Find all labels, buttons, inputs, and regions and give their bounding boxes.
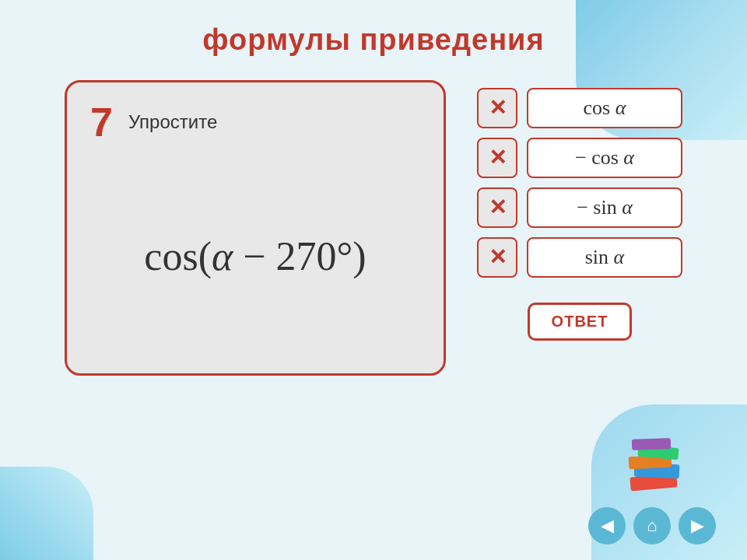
answer-row-4: ✕ sin α: [477, 237, 682, 278]
question-card: 7 Упростите cos(α − 270°): [65, 80, 446, 376]
answer-row-2: ✕ − cos α: [477, 138, 682, 178]
answer-text-1: cos α: [584, 96, 626, 120]
answer-option-1[interactable]: cos α: [527, 88, 682, 128]
answer-option-2[interactable]: − cos α: [527, 138, 682, 178]
content-row: 7 Упростите cos(α − 270°) ✕ cos α: [31, 80, 716, 376]
question-header: 7 Упростите: [90, 102, 420, 142]
x-icon-3: ✕: [489, 197, 507, 219]
x-button-2[interactable]: ✕: [477, 138, 517, 178]
answer-btn-row: ОТВЕТ: [477, 303, 682, 341]
x-button-3[interactable]: ✕: [477, 187, 517, 228]
nav-back-icon: ◀: [601, 516, 614, 536]
answers-panel: ✕ cos α ✕ − cos α ✕ − sin α: [477, 80, 682, 341]
nav-forward-icon: ▶: [691, 516, 704, 536]
x-icon-4: ✕: [489, 247, 507, 268]
nav-buttons: ◀ ⌂ ▶: [588, 507, 716, 544]
x-button-4[interactable]: ✕: [477, 237, 517, 278]
answer-text-2: − cos α: [575, 146, 634, 170]
answer-button[interactable]: ОТВЕТ: [528, 303, 633, 341]
answer-text-3: − sin α: [577, 196, 633, 219]
nav-home-button[interactable]: ⌂: [633, 507, 671, 544]
answer-option-4[interactable]: sin α: [527, 237, 682, 278]
answer-row-1: ✕ cos α: [477, 88, 682, 128]
x-icon-2: ✕: [489, 147, 507, 169]
page-title: формулы приведения: [202, 23, 544, 57]
nav-back-button[interactable]: ◀: [588, 507, 626, 544]
x-button-1[interactable]: ✕: [477, 88, 517, 128]
nav-forward-button[interactable]: ▶: [679, 507, 716, 544]
question-formula-area: cos(α − 270°): [90, 158, 420, 354]
question-number: 7: [90, 102, 113, 142]
answer-row-3: ✕ − sin α: [477, 187, 682, 228]
question-instruction: Упростите: [128, 111, 217, 133]
x-icon-1: ✕: [489, 97, 507, 119]
formula-display: cos(α − 270°): [144, 233, 366, 279]
answer-option-3[interactable]: − sin α: [527, 187, 682, 228]
answer-text-4: sin α: [585, 246, 625, 269]
books-svg: [622, 432, 708, 502]
nav-home-icon: ⌂: [647, 516, 657, 536]
books-decoration: [622, 432, 708, 506]
svg-rect-4: [632, 438, 671, 450]
